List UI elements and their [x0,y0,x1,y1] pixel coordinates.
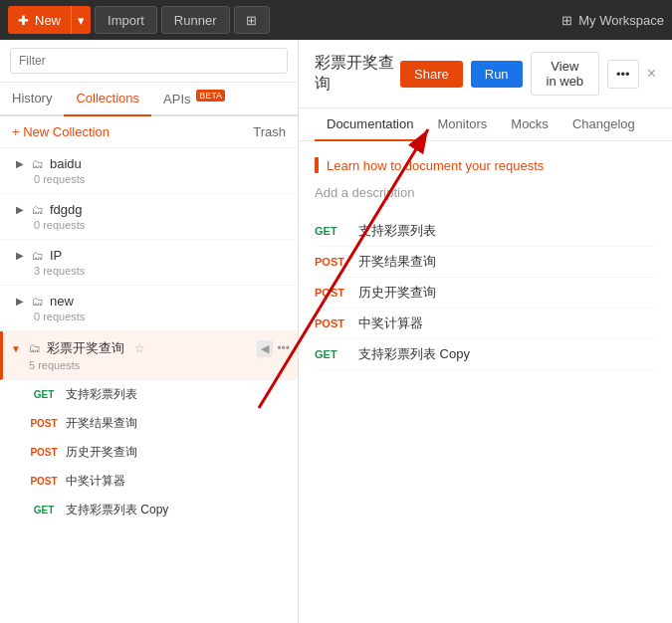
tab-collections[interactable]: Collections [64,83,151,116]
panel-request-name: 历史开奖查询 [358,284,436,302]
panel-request-item-2[interactable]: POST 历史开奖查询 [315,278,656,309]
method-post-badge: POST [28,418,60,429]
panel-tab-changelog[interactable]: Changelog [560,108,647,141]
panel-tab-mocks[interactable]: Mocks [499,108,560,141]
learn-text[interactable]: Learn how to document your requests [327,158,544,173]
filter-input[interactable] [10,48,288,74]
panel-title: 彩票开奖查询 [315,53,400,95]
method-post-badge: POST [28,447,60,458]
requests-list: GET 支持彩票列表 POST 开奖结果查询 POST 历史开奖查询 POST … [0,380,298,524]
sidebar-actions: + New Collection Trash [0,116,298,148]
request-item-0[interactable]: GET 支持彩票列表 [0,380,298,409]
star-icon[interactable]: ☆ [134,341,145,355]
collection-requests: 5 requests [11,359,290,371]
layout-icon: ⊞ [246,13,257,28]
collection-item-new[interactable]: ▶ 🗂 new 0 requests [0,286,298,331]
tab-mocks-label: Mocks [511,116,549,131]
panel-requests-list: GET 支持彩票列表 POST 开奖结果查询 POST 历史开奖查询 POST … [315,216,656,370]
right-panel: 彩票开奖查询 Share Run View in web ••• [299,40,672,623]
panel-request-item-0[interactable]: GET 支持彩票列表 [315,216,656,247]
collection-name: fdgdg [50,202,83,217]
panel-request-item-3[interactable]: POST 中奖计算器 [315,309,656,339]
share-label: Share [414,67,449,82]
collapse-arrow-icon[interactable]: ◀ [257,340,273,357]
more-options-icon[interactable]: ••• [277,341,290,355]
dropdown-icon: ▾ [78,13,85,28]
tab-monitors-label: Monitors [437,116,487,131]
request-name: 支持彩票列表 [66,386,137,403]
toolbar: ✚ New ▾ Import Runner ⊞ ⊞ My Workspace [0,0,672,40]
new-dropdown-arrow[interactable]: ▾ [72,6,91,34]
collection-item-baidu[interactable]: ▶ 🗂 baidu 0 requests [0,148,298,194]
panel-method-get: GET [315,348,350,360]
new-main[interactable]: ✚ New [8,6,72,34]
trash-button[interactable]: Trash [253,124,286,139]
request-item-3[interactable]: POST 中奖计算器 [0,467,298,496]
panel-method-post: POST [315,317,350,329]
panel-request-item-4[interactable]: GET 支持彩票列表 Copy [315,339,656,370]
collection-requests: 0 requests [16,219,286,231]
folder-icon: 🗂 [29,341,41,355]
folder-icon: 🗂 [32,295,44,309]
run-label: Run [485,67,509,82]
layout-button[interactable]: ⊞ [234,6,270,34]
panel-request-name: 中奖计算器 [358,314,423,332]
view-web-label: View in web [547,59,584,89]
collection-requests: 0 requests [16,311,286,322]
new-collection-label: + New Collection [12,124,110,139]
collection-name: IP [50,248,62,263]
tab-collections-label: Collections [76,91,139,105]
method-post-badge: POST [28,476,60,487]
chevron-right-icon: ▶ [16,204,24,215]
view-web-button[interactable]: View in web [531,52,599,96]
workspace-button[interactable]: ⊞ My Workspace [561,13,664,28]
tab-apis[interactable]: APIs BETA [151,83,237,116]
run-button[interactable]: Run [471,61,523,88]
panel-more-button[interactable]: ••• [607,60,639,89]
new-collection-button[interactable]: + New Collection [12,124,110,139]
request-item-2[interactable]: POST 历史开奖查询 [0,438,298,467]
panel-tab-documentation[interactable]: Documentation [315,108,425,141]
doc-learn-banner: Learn how to document your requests [315,157,656,173]
folder-icon: 🗂 [32,157,44,171]
tab-history[interactable]: History [0,83,64,116]
panel-request-item-1[interactable]: POST 开奖结果查询 [315,247,656,278]
runner-label: Runner [174,13,217,28]
tab-history-label: History [12,91,52,105]
collection-item-active[interactable]: ▼ 🗂 彩票开奖查询 ☆ ◀ ••• 5 requests [0,331,298,380]
collection-name: 彩票开奖查询 [47,339,124,357]
panel-request-name: 支持彩票列表 Copy [358,345,470,363]
collection-item-fdgdg[interactable]: ▶ 🗂 fdgdg 0 requests [0,194,298,240]
panel-tab-monitors[interactable]: Monitors [425,108,499,141]
close-button[interactable]: × [647,65,656,83]
chevron-right-icon: ▶ [16,296,24,307]
doc-bar-icon [315,157,319,173]
new-button[interactable]: ✚ New ▾ [8,6,91,34]
import-button[interactable]: Import [95,6,157,34]
folder-icon: 🗂 [32,249,44,263]
search-bar [0,40,298,83]
panel-tabs: Documentation Monitors Mocks Changelog [299,108,672,141]
method-get-badge: GET [28,389,60,400]
tab-documentation-label: Documentation [327,116,413,131]
runner-button[interactable]: Runner [161,6,230,34]
request-item-1[interactable]: POST 开奖结果查询 [0,409,298,438]
new-label: New [35,13,61,28]
more-dots-icon: ••• [616,67,630,82]
chevron-right-icon: ▶ [16,250,24,261]
panel-request-name: 支持彩票列表 [358,222,436,240]
collection-name: baidu [50,156,82,171]
tab-changelog-label: Changelog [572,116,635,131]
sidebar: History Collections APIs BETA + New Coll… [0,40,299,623]
sidebar-tabs: History Collections APIs BETA [0,83,298,116]
trash-label: Trash [253,124,286,139]
collection-requests: 0 requests [16,173,286,185]
panel-header: 彩票开奖查询 Share Run View in web ••• [299,40,672,108]
chevron-down-icon: ▼ [11,343,21,354]
add-description-link[interactable]: Add a description [315,185,656,200]
method-get-badge: GET [28,505,60,516]
collection-name: new [50,294,74,309]
share-button[interactable]: Share [400,61,463,88]
collection-item-ip[interactable]: ▶ 🗂 IP 3 requests [0,240,298,286]
request-item-4[interactable]: GET 支持彩票列表 Copy [0,496,298,524]
